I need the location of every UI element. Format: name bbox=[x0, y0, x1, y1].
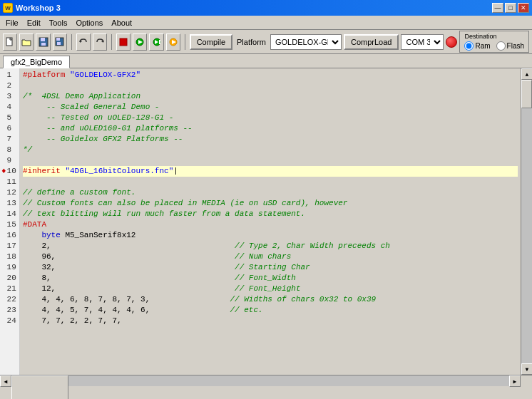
platform-select[interactable]: GOLDELOX-GFX2 GOLDELOX PICASO bbox=[270, 34, 342, 50]
code-area[interactable]: #platform "GOLDELOX-GFX2"/* 4DSL Demo Ap… bbox=[20, 68, 521, 375]
menu-options[interactable]: Options bbox=[71, 17, 107, 28]
svg-rect-5 bbox=[56, 38, 60, 41]
save-button[interactable] bbox=[36, 33, 50, 51]
scrollbar-horizontal[interactable]: ◀ ▶ bbox=[0, 375, 532, 386]
compile-button[interactable]: Compile bbox=[190, 34, 232, 50]
scroll-thumb-h[interactable] bbox=[11, 375, 68, 399]
menu-tools[interactable]: Tools bbox=[45, 17, 72, 28]
title-bar: W Workshop 3 ― □ ✕ bbox=[0, 0, 532, 16]
ram-radio-label[interactable]: Ram bbox=[464, 41, 490, 51]
run2-button[interactable] bbox=[149, 33, 163, 51]
menu-file[interactable]: File bbox=[1, 17, 23, 28]
scroll-track-v[interactable] bbox=[521, 80, 532, 363]
menu-bar: File Edit Tools Options About bbox=[0, 16, 532, 30]
scroll-left-button[interactable]: ◀ bbox=[0, 375, 11, 387]
com-select[interactable]: COM 3 COM 1 COM 2 bbox=[401, 34, 444, 50]
run-button[interactable] bbox=[133, 33, 147, 51]
menu-about[interactable]: About bbox=[107, 17, 136, 28]
scrollbar-vertical[interactable]: ▲ ▼ bbox=[521, 68, 532, 375]
svg-rect-6 bbox=[57, 42, 61, 45]
tab-strip: gfx2_BigDemo bbox=[0, 54, 532, 68]
new-button[interactable] bbox=[3, 33, 17, 51]
title-text: Workshop 3 bbox=[16, 4, 61, 12]
scroll-thumb-v[interactable] bbox=[521, 80, 532, 108]
connection-indicator bbox=[446, 36, 457, 48]
stop-button[interactable] bbox=[116, 33, 131, 51]
svg-rect-3 bbox=[41, 43, 46, 46]
toolbar: Compile Platform GOLDELOX-GFX2 GOLDELOX … bbox=[0, 30, 532, 54]
scroll-right-button[interactable]: ▶ bbox=[509, 375, 521, 387]
flash-radio[interactable] bbox=[496, 41, 506, 51]
line-numbers: 1 2 3 4 5 6 7 8 9♦10 11 12 13 14 15 16 1… bbox=[0, 68, 20, 375]
editor-wrapper: 1 2 3 4 5 6 7 8 9♦10 11 12 13 14 15 16 1… bbox=[0, 68, 532, 386]
tab-gfx2-bigdemo[interactable]: gfx2_BigDemo bbox=[3, 56, 70, 68]
close-button[interactable]: ✕ bbox=[518, 3, 529, 13]
svg-rect-2 bbox=[41, 38, 45, 41]
svg-rect-9 bbox=[120, 38, 127, 46]
window-controls: ― □ ✕ bbox=[492, 3, 529, 13]
editor-body: 1 2 3 4 5 6 7 8 9♦10 11 12 13 14 15 16 1… bbox=[0, 68, 532, 375]
compile-run-button[interactable] bbox=[166, 33, 180, 51]
svg-rect-14 bbox=[159, 40, 160, 44]
destination-radio-group: Ram Flash bbox=[464, 41, 524, 51]
destination-label: Destination bbox=[464, 33, 524, 40]
minimize-button[interactable]: ― bbox=[492, 3, 503, 13]
ram-label: Ram bbox=[475, 42, 490, 50]
separator-2 bbox=[111, 34, 112, 50]
scrollbar-corner bbox=[521, 375, 532, 387]
compr-load-button[interactable]: ComprLoad bbox=[344, 34, 399, 50]
open-button[interactable] bbox=[19, 33, 34, 51]
scroll-up-button[interactable]: ▲ bbox=[521, 68, 532, 80]
flash-label: Flash bbox=[507, 42, 524, 50]
scroll-track-h[interactable] bbox=[11, 375, 509, 386]
save-all-button[interactable] bbox=[53, 33, 67, 51]
separator-1 bbox=[71, 34, 72, 50]
menu-edit[interactable]: Edit bbox=[23, 17, 45, 28]
destination-box: Destination Ram Flash bbox=[459, 31, 529, 53]
ram-radio[interactable] bbox=[464, 41, 474, 51]
scroll-down-button[interactable]: ▼ bbox=[521, 363, 532, 375]
redo-button[interactable] bbox=[93, 33, 107, 51]
maximize-button[interactable]: □ bbox=[505, 3, 516, 13]
undo-button[interactable] bbox=[76, 33, 91, 51]
platform-label: Platform bbox=[237, 38, 266, 46]
app-icon: W bbox=[3, 3, 13, 13]
flash-radio-label[interactable]: Flash bbox=[496, 41, 524, 51]
separator-3 bbox=[185, 34, 185, 50]
